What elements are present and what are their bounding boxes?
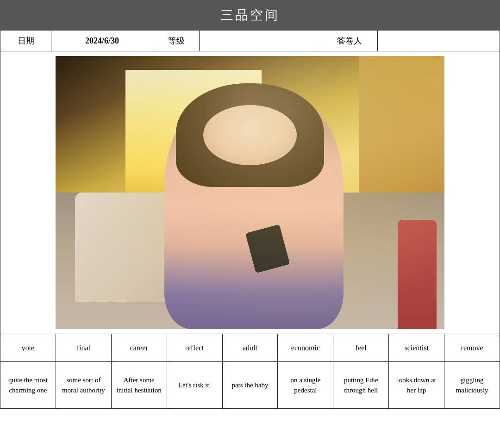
- word-scientist: scientist: [389, 334, 444, 362]
- phrase-7: putting Edie through hell: [333, 362, 389, 408]
- phrase-2: some sort of moral authority: [56, 362, 112, 408]
- words-grid: votefinalcareerreflectadulteconomicfeels…: [0, 334, 500, 409]
- phrase-5: pats the baby: [223, 362, 278, 408]
- level-label: 等级: [153, 31, 200, 51]
- date-value: 2024/6/30: [51, 31, 153, 51]
- phrase-4: Let's risk it.: [167, 362, 223, 408]
- phrase-8: looks down at her lap: [389, 362, 444, 408]
- word-remove: remove: [444, 334, 500, 362]
- word-reflect: reflect: [167, 334, 223, 362]
- image-section: [0, 51, 500, 334]
- date-label: 日期: [0, 31, 51, 51]
- word-career: career: [112, 334, 167, 362]
- main-photo: [56, 56, 444, 329]
- words-row: votefinalcareerreflectadulteconomicfeels…: [0, 334, 500, 362]
- respondent-value: [378, 31, 500, 51]
- word-feel: feel: [333, 334, 389, 362]
- word-economic: economic: [278, 334, 333, 362]
- word-adult: adult: [223, 334, 278, 362]
- word-vote: vote: [0, 334, 56, 362]
- phrase-6: on a single pedestal: [278, 362, 333, 408]
- meta-row: 日期 2024/6/30 等级 答卷人: [0, 31, 500, 51]
- respondent-label: 答卷人: [322, 31, 378, 51]
- phrase-1: quite the most charming one: [0, 362, 56, 408]
- phrase-3: After some initial hesitation: [112, 362, 167, 408]
- page-title: 三品空间: [0, 0, 500, 31]
- level-value: [200, 31, 322, 51]
- phrases-row: quite the most charming onesome sort of …: [0, 362, 500, 408]
- phrase-9: giggling maliciously: [444, 362, 500, 408]
- word-final: final: [56, 334, 112, 362]
